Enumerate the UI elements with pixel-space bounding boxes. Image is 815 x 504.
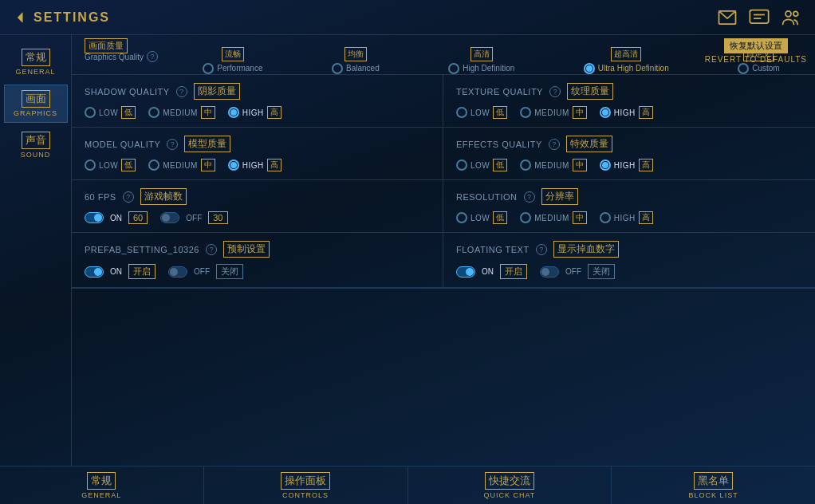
bottom-quickchat-en: QUICK CHAT bbox=[483, 491, 535, 499]
radio-model-low[interactable] bbox=[85, 159, 96, 171]
floating-text-cell: FLOATING TEXT ? 显示掉血数字 ON 开启 OFF 关闭 bbox=[443, 233, 815, 288]
radio-shadow-medium[interactable] bbox=[148, 107, 159, 118]
prefab-off-toggle[interactable] bbox=[168, 266, 187, 278]
prefab-cn: 预制设置 bbox=[223, 241, 270, 258]
radio-shadow-low[interactable] bbox=[85, 107, 96, 118]
fps-on-toggle[interactable] bbox=[85, 212, 104, 223]
shadow-quality-cn: 阴影质量 bbox=[194, 83, 240, 100]
fps-cell: 60 FPS ? 游戏帧数 ON 60 OFF 30 bbox=[72, 180, 443, 233]
radio-custom[interactable] bbox=[738, 63, 749, 74]
floating-off-toggle[interactable] bbox=[540, 266, 559, 278]
model-info-icon[interactable]: ? bbox=[167, 139, 178, 150]
model-high[interactable]: HIGH 高 bbox=[228, 159, 282, 171]
radio-effects-high[interactable] bbox=[600, 159, 611, 171]
floating-on-toggle[interactable] bbox=[456, 266, 475, 278]
shadow-low[interactable]: LOW 低 bbox=[85, 106, 136, 119]
friends-icon[interactable] bbox=[780, 6, 802, 29]
radio-res-high[interactable] bbox=[600, 212, 611, 223]
quality-option-uhd[interactable]: 超高清 Ultra High Definition bbox=[584, 47, 669, 74]
shadow-medium[interactable]: MEDIUM 中 bbox=[148, 106, 215, 119]
texture-low[interactable]: LOW 低 bbox=[456, 106, 507, 119]
fps-off-value: 30 bbox=[208, 211, 227, 224]
radio-texture-low[interactable] bbox=[456, 107, 467, 118]
radio-res-low[interactable] bbox=[456, 212, 467, 223]
bottom-nav: 常规 GENERAL 操作面板 CONTROLS 快捷交流 QUICK CHAT… bbox=[0, 466, 815, 504]
quality-option-balanced[interactable]: 均衡 Balanced bbox=[332, 47, 380, 74]
svg-point-6 bbox=[793, 11, 798, 16]
texture-quality-en: TEXTURE QUALITY bbox=[456, 87, 543, 96]
back-button[interactable]: SETTINGS bbox=[13, 10, 110, 26]
graphics-quality-row: 画面质量 Graphics Quality ? 流畅 Performance 均… bbox=[72, 35, 815, 75]
settings-grid: SHADOW QUALITY ? 阴影质量 LOW 低 MEDIUM 中 HIG… bbox=[72, 75, 815, 289]
shadow-quality-cell: SHADOW QUALITY ? 阴影质量 LOW 低 MEDIUM 中 HIG… bbox=[72, 75, 443, 128]
resolution-info-icon[interactable]: ? bbox=[524, 191, 535, 203]
effects-high[interactable]: HIGH 高 bbox=[600, 159, 653, 171]
radio-effects-low[interactable] bbox=[456, 159, 467, 171]
prefab-cell: PREFAB_SETTING_10326 ? 预制设置 ON 开启 OFF 关闭 bbox=[72, 233, 443, 288]
perf-en: Performance bbox=[217, 64, 262, 73]
header: SETTINGS bbox=[0, 0, 815, 35]
radio-texture-medium[interactable] bbox=[520, 107, 531, 118]
effects-low[interactable]: LOW 低 bbox=[456, 159, 507, 171]
fps-off-label: OFF bbox=[186, 214, 202, 222]
texture-high[interactable]: HIGH 高 bbox=[600, 106, 653, 119]
fps-off-toggle[interactable] bbox=[160, 212, 179, 223]
prefab-info-icon[interactable]: ? bbox=[206, 244, 217, 255]
prefab-en: PREFAB_SETTING_10326 bbox=[85, 245, 199, 254]
fps-on-value: 60 bbox=[128, 211, 148, 224]
mail-icon[interactable] bbox=[716, 6, 738, 29]
effects-options: LOW 低 MEDIUM 中 HIGH 高 bbox=[456, 159, 802, 171]
prefab-on-toggle[interactable] bbox=[85, 266, 104, 278]
resolution-cell: RESOLUTION ? 分辨率 LOW 低 MEDIUM 中 HIGH bbox=[443, 180, 815, 233]
radio-shadow-high[interactable] bbox=[228, 107, 239, 118]
floating-info-icon[interactable]: ? bbox=[536, 244, 547, 255]
sidebar-general-cn: 常规 bbox=[22, 49, 50, 66]
shadow-high[interactable]: HIGH 高 bbox=[228, 106, 282, 119]
shadow-options: LOW 低 MEDIUM 中 HIGH 高 bbox=[85, 106, 430, 119]
radio-model-medium[interactable] bbox=[148, 159, 159, 171]
bottom-blocklist-en: BLOCK LIST bbox=[689, 491, 738, 499]
effects-medium[interactable]: MEDIUM 中 bbox=[520, 159, 587, 171]
radio-texture-high[interactable] bbox=[600, 107, 611, 118]
svg-marker-0 bbox=[18, 12, 23, 22]
shadow-info-icon[interactable]: ? bbox=[176, 86, 187, 97]
radio-hd[interactable] bbox=[448, 63, 459, 74]
quality-option-performance[interactable]: 流畅 Performance bbox=[203, 47, 262, 74]
model-medium[interactable]: MEDIUM 中 bbox=[148, 159, 215, 171]
model-quality-en: MODEL QUALITY bbox=[85, 140, 160, 149]
fps-on-label: ON bbox=[110, 214, 122, 222]
revert-en-label: REVERT TO DEFAULTS bbox=[705, 55, 807, 64]
radio-performance[interactable] bbox=[203, 63, 214, 74]
radio-uhd[interactable] bbox=[584, 63, 595, 74]
resolution-cn: 分辨率 bbox=[541, 188, 578, 205]
model-low[interactable]: LOW 低 bbox=[85, 159, 136, 171]
svg-point-5 bbox=[785, 10, 791, 16]
radio-balanced[interactable] bbox=[332, 63, 343, 74]
sidebar-item-graphics[interactable]: 画面 GRAPHICS bbox=[4, 85, 68, 123]
resolution-high[interactable]: HIGH 高 bbox=[600, 211, 653, 224]
radio-res-medium[interactable] bbox=[520, 212, 531, 223]
sidebar-sound-cn: 声音 bbox=[22, 132, 50, 149]
chat-icon[interactable] bbox=[748, 6, 770, 29]
bottom-nav-controls[interactable]: 操作面板 CONTROLS bbox=[204, 467, 408, 504]
radio-effects-medium[interactable] bbox=[520, 159, 531, 171]
revert-defaults-button[interactable]: 恢复默认设置 REVERT TO DEFAULTS bbox=[705, 38, 807, 64]
prefab-on-cn: 开启 bbox=[128, 264, 156, 279]
fps-info-icon[interactable]: ? bbox=[123, 191, 134, 203]
texture-info-icon[interactable]: ? bbox=[549, 86, 561, 97]
effects-info-icon[interactable]: ? bbox=[549, 139, 560, 150]
sidebar-item-general[interactable]: 常规 GENERAL bbox=[4, 43, 68, 81]
resolution-medium[interactable]: MEDIUM 中 bbox=[520, 211, 587, 224]
texture-quality-cell: TEXTURE QUALITY ? 纹理质量 LOW 低 MEDIUM 中 HI… bbox=[443, 75, 815, 128]
bottom-nav-blocklist[interactable]: 黑名单 BLOCK LIST bbox=[612, 467, 815, 504]
header-icons bbox=[716, 6, 802, 29]
sidebar-item-sound[interactable]: 声音 SOUND bbox=[4, 126, 68, 164]
graphics-quality-info[interactable]: ? bbox=[147, 51, 158, 62]
bottom-nav-general[interactable]: 常规 GENERAL bbox=[0, 467, 204, 504]
resolution-low[interactable]: LOW 低 bbox=[456, 211, 507, 224]
bottom-nav-quickchat[interactable]: 快捷交流 QUICK CHAT bbox=[408, 467, 612, 504]
texture-medium[interactable]: MEDIUM 中 bbox=[520, 106, 587, 119]
quality-option-hd[interactable]: 高清 High Definition bbox=[448, 47, 514, 74]
radio-model-high[interactable] bbox=[228, 159, 239, 171]
prefab-on-label: ON bbox=[110, 267, 122, 276]
